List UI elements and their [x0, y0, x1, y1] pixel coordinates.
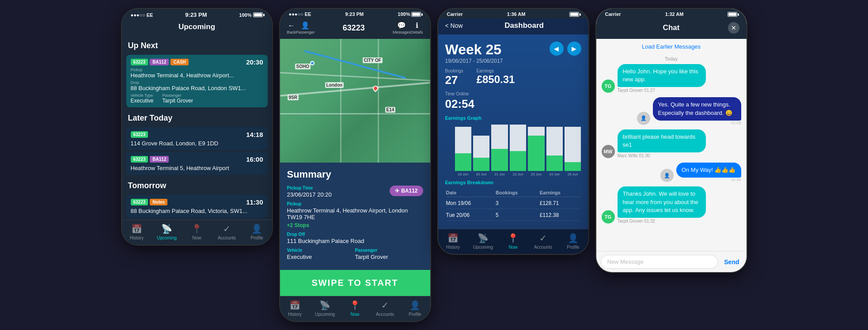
- flight-badge: ✈ BA112: [390, 186, 423, 196]
- breakdown-earnings: £128.71: [540, 198, 580, 209]
- addr-later2: Heathrow Terminal 5, Heathrow Airport: [131, 165, 263, 171]
- week-nav-arrows: ◀ ▶: [550, 42, 581, 56]
- tag-63223-l2: 63223: [131, 156, 148, 163]
- history-icon-2: 📅: [289, 300, 300, 311]
- booking-header-later2: 63223 BA112 16:00: [131, 156, 263, 163]
- drop-label: Drop: [131, 80, 263, 85]
- nav-now-3[interactable]: 📍 Now: [498, 233, 528, 250]
- time-later2: 16:00: [246, 156, 263, 163]
- bar-date: 21 Jun: [494, 172, 505, 176]
- map-label-e14: E14: [385, 107, 396, 113]
- msg-sender: Tarpit Grover 01:27: [618, 88, 706, 93]
- nav-upcoming-label-1: Upcoming: [157, 235, 177, 240]
- send-button[interactable]: Send: [721, 257, 742, 267]
- dashboard-content: ◀ ▶ Week 25 19/06/2017 - 25/06/2017 Book…: [438, 34, 588, 229]
- close-chat-btn[interactable]: ✕: [728, 22, 739, 34]
- tags-later2: 63223 BA112: [131, 156, 169, 163]
- nav-accounts-3[interactable]: ✓ Accounts: [528, 233, 558, 250]
- booking-later-2[interactable]: 63223 BA112 16:00 Heathrow Terminal 5, H…: [126, 152, 268, 175]
- booking-later-1[interactable]: 63223 14:18 114 Grove Road, London, E9 1…: [126, 127, 268, 150]
- nav-upcoming-1[interactable]: 📡 Upcoming: [152, 224, 182, 240]
- nav-profile-label-1: Profile: [250, 235, 263, 240]
- msg-bubble: On My Way! 👍👍👍: [676, 163, 741, 178]
- time-1: 9:23 PM: [185, 11, 207, 18]
- carrier-1: ●●●○○ EE: [131, 12, 153, 18]
- map-area[interactable]: SOHO London CITY OF 9SR E14: [280, 39, 430, 163]
- pickup-time-field: Pickup Time 23/06/2017 20:20: [287, 186, 390, 198]
- now-icon-3: 📍: [508, 233, 519, 243]
- bar-col: 20 Jun: [473, 123, 489, 176]
- breakdown-date: Tue 20/06: [446, 210, 495, 221]
- graph-label: Earnings Graph: [445, 115, 581, 121]
- booking-tomorrow-1[interactable]: 63223 Notes 11:30 88 Buckingham Palace R…: [126, 195, 268, 218]
- summary-title: Summary: [287, 169, 423, 180]
- day-label: Today: [602, 56, 741, 61]
- phone-3: Carrier 1:36 AM < Now Dashboard ◀ ▶ Week…: [438, 9, 588, 254]
- section-later-today: Later Today: [122, 109, 272, 125]
- passenger-meta: Passenger Tarpit Grover: [163, 93, 193, 104]
- booking-time: 20:30: [246, 58, 263, 66]
- bar-col: 23 Jun: [528, 123, 544, 176]
- nav-history-3[interactable]: 📅 History: [438, 233, 468, 250]
- next-week-btn[interactable]: ▶: [567, 42, 581, 56]
- messages-btn-2[interactable]: 💬 Messages: [393, 21, 411, 34]
- back-btn-3[interactable]: < Now: [445, 22, 463, 29]
- dashboard-title: Dashboard: [467, 21, 581, 30]
- load-earlier-btn[interactable]: Load Earlier Messages: [602, 43, 741, 50]
- upcoming-icon-1: 📡: [161, 224, 172, 234]
- message-input[interactable]: New Message: [601, 255, 718, 269]
- nav-accounts-2[interactable]: ✓ Accounts: [370, 300, 400, 317]
- nav-history-1[interactable]: 📅 History: [122, 224, 152, 240]
- message-row: TG Thanks John. We will love to hear mor…: [602, 186, 741, 224]
- message-row: On My Way! 👍👍👍 01:30 👤: [602, 163, 741, 182]
- prev-week-btn[interactable]: ◀: [550, 42, 564, 56]
- nav-profile-2[interactable]: 👤 Profile: [400, 300, 430, 317]
- col-earnings: Earnings: [540, 189, 580, 197]
- accounts-icon-3: ✓: [539, 233, 547, 243]
- battery-icon-2: [411, 12, 421, 17]
- nav-profile-label-2: Profile: [409, 312, 421, 317]
- nav-now-label-3: Now: [508, 245, 517, 250]
- chat-input-bar: New Message Send: [596, 251, 747, 272]
- swipe-to-start[interactable]: SWIPE TO START: [280, 270, 430, 296]
- passenger-btn-2[interactable]: 👤 Passenger: [296, 21, 315, 34]
- battery-icon-4: [728, 12, 737, 17]
- msg-bubble: Thanks John. We will love to hear more f…: [618, 186, 706, 218]
- section-tomorrow: Tomorrow: [122, 177, 272, 193]
- nav-history-2[interactable]: 📅 History: [280, 300, 310, 317]
- bar-chart-wrapper: 19 Jun 20 Jun 21 Jun 22 Jun 23 Jun 24 Ju…: [445, 123, 581, 176]
- msg-bubble: Yes. Quite a few new things. Especially …: [653, 97, 741, 120]
- nav-upcoming-2[interactable]: 📡 Upcoming: [310, 300, 340, 317]
- msg-bubble: Hello John. Hope you like this new app.: [618, 64, 706, 87]
- nav-now-2[interactable]: 📍 Now: [340, 300, 370, 317]
- nav-profile-3[interactable]: 👤 Profile: [558, 233, 588, 250]
- tags-tmr: 63223 Notes: [131, 199, 168, 205]
- chat-header: Chat ✕: [596, 19, 747, 39]
- nav-now-1[interactable]: 📍 Now: [182, 224, 212, 240]
- phone-2: ●●●○○ EE 9:23 PM 100% ← Back 👤 Passenger…: [280, 9, 430, 321]
- time-tmr: 11:30: [246, 198, 263, 206]
- nav-upcoming-3[interactable]: 📡 Upcoming: [468, 233, 498, 250]
- content-1: Up Next 63223 BA112 CASH 20:30 Pickup He…: [122, 37, 272, 218]
- battery-icon-1: [253, 12, 263, 17]
- map-background: SOHO London CITY OF 9SR E14: [280, 39, 430, 163]
- back-btn-2[interactable]: ← Back: [287, 22, 296, 34]
- details-btn-2[interactable]: ℹ Details: [411, 21, 423, 34]
- map-label-london: London: [325, 82, 344, 88]
- booking-header: 63223 BA112 CASH 20:30: [131, 58, 263, 66]
- time-online-label: Time Online: [445, 91, 581, 96]
- nav-accounts-1[interactable]: ✓ Accounts: [212, 224, 242, 240]
- bar-date: 22 Jun: [512, 172, 523, 176]
- booking-card-upnext[interactable]: 63223 BA112 CASH 20:30 Pickup Heathrow T…: [126, 55, 268, 107]
- breakdown-row: Mon 19/06 3 £128.71: [446, 198, 580, 209]
- app-header-3: < Now Dashboard: [438, 19, 588, 34]
- avatar: TG: [602, 210, 615, 224]
- tag-63223: 63223: [131, 59, 148, 65]
- msg-time: 01:30: [676, 178, 741, 182]
- msg-content: On My Way! 👍👍👍 01:30: [676, 163, 741, 182]
- tag-notes-t: Notes: [150, 199, 167, 205]
- msg-content: Hello John. Hope you like this new app. …: [618, 64, 706, 93]
- nav-profile-1[interactable]: 👤 Profile: [242, 224, 272, 240]
- tags-later1: 63223: [131, 131, 148, 138]
- nav-upcoming-label-2: Upcoming: [315, 312, 335, 317]
